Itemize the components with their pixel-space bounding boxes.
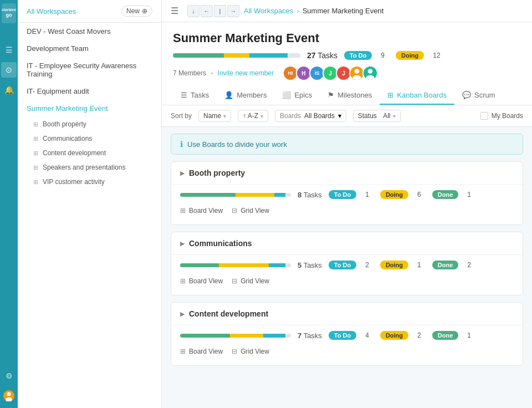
avatar-row: HI H IS J J bbox=[283, 65, 378, 81]
kanban-icon-5: ⊞ bbox=[33, 178, 38, 186]
milestones-icon: ⚑ bbox=[328, 91, 334, 99]
bell-icon[interactable]: 🔔 bbox=[1, 82, 17, 98]
board-view-btn-comms[interactable]: ⊞ Board View bbox=[180, 275, 223, 287]
board-view-icon-c: ⊞ bbox=[180, 277, 186, 285]
board-actions-content: ⊞ Board View ⊟ Grid View bbox=[180, 345, 514, 358]
booth-done-count: 1 bbox=[467, 191, 471, 198]
my-boards-checkbox[interactable]: My Boards bbox=[480, 112, 523, 120]
board-view-btn-booth[interactable]: ⊞ Board View bbox=[180, 205, 223, 217]
checkbox-icon[interactable] bbox=[480, 112, 488, 120]
board-header-booth[interactable]: ▶ Booth property bbox=[171, 162, 523, 185]
chevron-icon: ▾ bbox=[223, 113, 226, 119]
progress-yellow bbox=[224, 53, 249, 58]
svg-point-4 bbox=[7, 392, 11, 396]
board-section-booth: ▶ Booth property 8 Tasks To Do 1 Doing 6 bbox=[171, 161, 523, 225]
kanban-icon: ⊞ bbox=[33, 121, 38, 128]
breadcrumb-workspaces[interactable]: All Workspaces bbox=[244, 7, 293, 15]
booth-todo-count: 1 bbox=[365, 191, 369, 198]
grid-view-btn-booth[interactable]: ⊟ Grid View bbox=[232, 205, 269, 217]
progress-green bbox=[173, 53, 224, 58]
tab-scrum[interactable]: 💬 Scrum bbox=[454, 86, 503, 105]
settings-icon[interactable]: ⚙ bbox=[1, 368, 17, 384]
board-stats-booth: 8 Tasks To Do 1 Doing 6 Done 1 bbox=[180, 190, 514, 199]
sidebar-item-summer-event[interactable]: Summer Marketing Event bbox=[18, 100, 161, 117]
comms-todo-badge: To Do bbox=[329, 261, 356, 269]
content-done-badge: Done bbox=[432, 331, 459, 340]
prog-gray-c bbox=[285, 263, 291, 267]
sidebar-subitem-comms[interactable]: ⊞ Communications bbox=[18, 131, 161, 146]
sidebar-subitem-speakers[interactable]: ⊞ Speakers and presentations bbox=[18, 160, 161, 175]
grid-view-icon-ct: ⊟ bbox=[232, 348, 237, 355]
sidebar-item-dev-west[interactable]: DEV - West Coast Movers bbox=[18, 23, 161, 40]
content-doing-count: 2 bbox=[417, 332, 421, 339]
nav-down-button[interactable]: ↓ bbox=[187, 5, 200, 17]
all-workspaces-link[interactable]: All Workspaces bbox=[27, 7, 76, 16]
new-button[interactable]: New ⊕ bbox=[121, 6, 152, 17]
breadcrumb: All Workspaces › Summer Marketing Event bbox=[244, 7, 383, 15]
tab-milestones[interactable]: ⚑ Milestones bbox=[320, 86, 380, 105]
board-progress-booth bbox=[180, 193, 291, 197]
sidebar: All Workspaces New ⊕ DEV - West Coast Mo… bbox=[18, 0, 162, 408]
prog-green-ct bbox=[180, 334, 230, 338]
tasks-icon: ☰ bbox=[181, 91, 187, 99]
grid-view-btn-content[interactable]: ⊟ Grid View bbox=[232, 345, 269, 358]
prog-yellow-c bbox=[219, 263, 269, 267]
sidebar-header: All Workspaces New ⊕ bbox=[18, 0, 161, 23]
sort-by-select[interactable]: Name ▾ bbox=[198, 110, 231, 122]
content-todo-badge: To Do bbox=[329, 331, 356, 340]
task-count: 27 Tasks bbox=[307, 51, 337, 60]
sidebar-subitem-booth[interactable]: ⊞ Booth property bbox=[18, 117, 161, 131]
board-body-comms: 5 Tasks To Do 2 Doing 1 Done 2 ⊞ Board V… bbox=[171, 255, 523, 295]
home-icon[interactable]: ⊙ bbox=[1, 62, 17, 78]
plus-icon: ⊕ bbox=[142, 7, 147, 15]
sidebar-item-it-equipment[interactable]: IT- Equipment audit bbox=[18, 83, 161, 100]
icon-rail: clarizen go ☰ ⊙ 🔔 ⚙ bbox=[0, 0, 18, 408]
board-section-content: ▶ Content development 7 Tasks To Do 4 Do… bbox=[171, 302, 523, 366]
nav-forward-button[interactable]: → bbox=[227, 5, 239, 17]
comms-doing-badge: Doing bbox=[380, 261, 408, 269]
members-icon: 👤 bbox=[224, 91, 233, 99]
sidebar-subitem-vip[interactable]: ⊞ VIP customer activity bbox=[18, 175, 161, 189]
tab-kanban[interactable]: ⊞ Kanban Boards bbox=[380, 86, 454, 105]
info-banner: ℹ Use Boards to divide your work bbox=[171, 134, 523, 155]
hamburger-icon[interactable]: ☰ bbox=[1, 42, 17, 58]
sidebar-item-it-security[interactable]: IT - Employee Security Awareness Trainin… bbox=[18, 57, 161, 83]
menu-icon[interactable]: ☰ bbox=[171, 6, 178, 16]
prog-gray-ct bbox=[285, 334, 291, 338]
sidebar-item-dev-team[interactable]: Development Team bbox=[18, 40, 161, 57]
overall-progress-bar bbox=[173, 53, 300, 58]
avatar-6 bbox=[362, 65, 378, 81]
expand-icon: ▶ bbox=[180, 170, 185, 177]
project-header: Summer Marketing Event 27 Tasks To Do 9 … bbox=[162, 22, 532, 105]
content-area: Sort by Name ▾ ↑ A-Z ▾ Boards All Boards… bbox=[162, 105, 532, 408]
doing-badge: Doing bbox=[396, 51, 424, 60]
grid-view-btn-comms[interactable]: ⊟ Grid View bbox=[232, 275, 269, 287]
tab-tasks[interactable]: ☰ Tasks bbox=[173, 86, 217, 105]
svg-point-11 bbox=[366, 75, 374, 80]
invite-link[interactable]: Invite new member bbox=[218, 69, 274, 77]
svg-point-7 bbox=[355, 69, 360, 74]
booth-todo-badge: To Do bbox=[329, 190, 356, 199]
booth-done-badge: Done bbox=[432, 190, 459, 199]
sidebar-subitem-content[interactable]: ⊞ Content development bbox=[18, 146, 161, 160]
tab-epics[interactable]: ⬜ Epics bbox=[274, 86, 320, 105]
status-filter[interactable]: Status All ▾ bbox=[353, 110, 401, 122]
nav-arrows: ↓ ← | → bbox=[187, 5, 239, 17]
content-todo-count: 4 bbox=[365, 332, 369, 339]
boards-filter-label: Boards bbox=[280, 112, 301, 120]
nav-back-button[interactable]: ← bbox=[201, 5, 213, 17]
info-icon: ℹ bbox=[180, 140, 183, 149]
boards-filter-value: All Boards bbox=[304, 112, 335, 120]
board-header-content[interactable]: ▶ Content development bbox=[171, 303, 523, 325]
sort-order-select[interactable]: ↑ A-Z ▾ bbox=[238, 110, 268, 122]
board-view-btn-content[interactable]: ⊞ Board View bbox=[180, 345, 223, 358]
user-icon[interactable] bbox=[1, 388, 17, 404]
progress-section: 27 Tasks To Do 9 Doing 12 bbox=[173, 51, 521, 60]
breadcrumb-current: Summer Marketing Event bbox=[303, 7, 384, 15]
board-header-comms[interactable]: ▶ Communications bbox=[171, 232, 523, 255]
boards-filter[interactable]: Boards All Boards ▾ bbox=[275, 110, 346, 122]
kanban-icon-4: ⊞ bbox=[33, 164, 38, 171]
progress-gray bbox=[288, 53, 300, 58]
board-section-comms: ▶ Communications 5 Tasks To Do 2 Doing 1 bbox=[171, 232, 523, 295]
tab-members[interactable]: 👤 Members bbox=[217, 86, 274, 105]
